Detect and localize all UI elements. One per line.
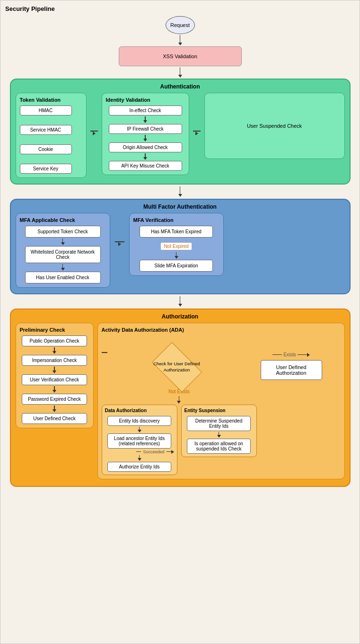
cookie-node: Cookie (20, 144, 72, 154)
entity-suspension-label: Entity Suspension (184, 408, 254, 413)
auth-label: Authentication (16, 83, 345, 90)
authorization-section: Authorization Preliminary Check Public O… (10, 309, 351, 487)
flow3 (143, 153, 147, 160)
flow-mfa2 (61, 264, 65, 271)
origin-allowed-check-node: Origin Allowed Check (109, 142, 182, 152)
impersonation-check-node: Impersonation Check (22, 355, 87, 366)
identity-val-label: Identity Validation (106, 97, 185, 103)
authorization-label: Authorization (16, 313, 345, 320)
has-user-enabled-node: Has User Enabled Check (25, 272, 101, 283)
determine-suspended-node: Determine Suspended Entity Ids (187, 416, 251, 431)
xss-section: XSS Validation (119, 46, 242, 79)
auth-inner: Token Validation HMAC Service HMAC Cooki… (16, 93, 345, 178)
arrow-request-xss (178, 35, 182, 45)
entity-suspension-box: Entity Suspension Determine Suspended En… (181, 405, 257, 457)
user-verification-check-node: User Verification Check (22, 374, 87, 385)
user-defined-authorization-node: User Defined Authorization (261, 360, 322, 380)
flow-da2 (138, 455, 141, 461)
mfa-verification-box: MFA Verification Has MFA Token Expired N… (129, 213, 224, 276)
mfa-applicable-label: MFA Applicable Check (20, 217, 106, 223)
in-effect-check-node: In-effect Check (109, 106, 182, 115)
mfa-to-verification-arrow (115, 241, 124, 246)
load-ancestor-node: Load ancestor Entity Ids (related refere… (107, 433, 171, 449)
ada-left-col: Check for User Defined Authorization Not… (102, 335, 257, 475)
flow-mfa1 (61, 238, 65, 245)
supported-token-check-node: Supported Token Check (25, 226, 101, 238)
flow-mfa3 (175, 252, 178, 259)
not-expired-label: Not Expired (160, 242, 192, 250)
flow-pre2 (53, 367, 56, 373)
whitelisted-corporate-node: Whitelisted Corporate Network Check (25, 246, 101, 263)
flow-not-exists (177, 396, 181, 404)
identity-validation-box: Identity Validation In-effect Check IP F… (102, 93, 189, 175)
mfa-inner: MFA Applicable Check Supported Token Che… (16, 213, 345, 288)
identity-to-user-arrow (193, 131, 201, 135)
arrow-auth-mfa (178, 186, 182, 197)
flow-da1 (138, 427, 141, 432)
preliminary-items: Public Operation Check Impersonation Che… (20, 335, 89, 424)
request-section: Request (166, 16, 195, 46)
service-key-node: Service Key (20, 164, 72, 174)
hmac-node: HMAC (20, 106, 72, 115)
preliminary-label: Preliminary Check (20, 327, 89, 333)
password-expired-check-node: Password Expired Check (22, 394, 87, 405)
mfa-verification-items: Has MFA Token Expired Not Expired Slide … (133, 226, 220, 272)
token-items: HMAC Service HMAC Cookie Service Key (20, 106, 82, 174)
token-to-identity-arrow (90, 131, 98, 135)
token-val-label: Token Validation (20, 97, 82, 103)
succeeded-arrow: Succeeded (136, 450, 174, 454)
bottom-boxes-row: Data Authorization Entity Ids discovery … (102, 405, 257, 475)
flow-pre3 (53, 386, 56, 393)
has-mfa-token-expired-node: Has MFA Token Expired (140, 226, 213, 238)
flow-es1 (217, 432, 221, 438)
flow1 (143, 116, 147, 123)
entity-suspension-items: Determine Suspended Entity Ids Is operat… (184, 416, 254, 454)
authorize-entity-ids-node: Authorize Entity Ids (107, 462, 171, 472)
page-title: Security Pipeline (5, 5, 355, 12)
public-operation-check-node: Public Operation Check (22, 335, 87, 346)
diamond-wrapper: Check for User Defined Authorization (153, 348, 205, 386)
preliminary-check-box: Preliminary Check Public Operation Check… (16, 323, 94, 428)
slide-mfa-expiration-node: Slide MFA Expiration (140, 260, 213, 272)
flow2 (143, 135, 147, 141)
xss-validation-node: XSS Validation (119, 46, 242, 66)
exists-section: Exists User Defined Authorization (261, 352, 322, 380)
ada-section: Activity Data Authorization (ADA) Check (97, 323, 345, 479)
ip-firewall-check-node: IP Firewall Check (109, 124, 182, 134)
mfa-verification-label: MFA Verification (133, 217, 220, 223)
data-auth-label: Data Authorization (105, 408, 174, 413)
diamond-text: Check for User Defined Authorization (153, 348, 201, 386)
service-hmac-node: Service HMAC (20, 125, 72, 135)
page: Security Pipeline Request XSS Validation (0, 0, 360, 644)
request-node: Request (166, 16, 195, 34)
token-validation-box: Token Validation HMAC Service HMAC Cooki… (16, 93, 87, 178)
entity-ids-discovery-node: Entity Ids discovery (107, 416, 171, 426)
not-exists-section: Not Exists (168, 388, 190, 405)
flow-pre4 (53, 406, 56, 412)
data-auth-items: Entity Ids discovery Load ancestor Entit… (105, 416, 174, 472)
is-operation-allowed-node: Is operation allowed on suspended Ids Ch… (187, 439, 251, 454)
user-defined-check-node: User Defined Check (22, 413, 87, 424)
arrow-mfa-auth (178, 296, 182, 307)
flow-pre1 (53, 347, 56, 354)
authentication-section: Authentication Token Validation HMAC Ser… (10, 79, 351, 185)
identity-items: In-effect Check IP Firewall Check Origin… (106, 106, 185, 171)
user-suspended-box: User Suspended Check (204, 93, 345, 159)
ada-label: Activity Data Authorization (ADA) (102, 327, 341, 333)
authorization-inner: Preliminary Check Public Operation Check… (16, 323, 345, 479)
mfa-applicable-items: Supported Token Check Whitelisted Corpor… (20, 226, 106, 283)
exists-arrow-row: Exists (272, 352, 310, 357)
diagram: Request XSS Validation Authentication (5, 16, 355, 487)
arrow-xss-auth (178, 67, 182, 78)
ada-top-row: Check for User Defined Authorization Not… (102, 335, 341, 475)
mfa-label: Multi Factor Authentication (16, 203, 345, 210)
data-auth-box: Data Authorization Entity Ids discovery … (102, 405, 177, 475)
mfa-section: Multi Factor Authentication MFA Applicab… (10, 199, 351, 294)
api-key-misuse-check-node: API Key Misuse Check (109, 161, 182, 171)
mfa-applicable-box: MFA Applicable Check Supported Token Che… (16, 213, 110, 288)
